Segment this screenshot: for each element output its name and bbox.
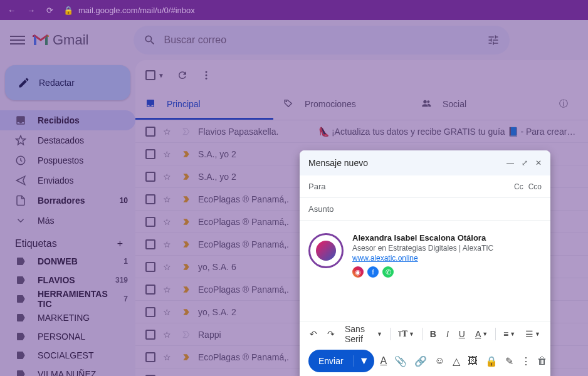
importance-icon[interactable] bbox=[182, 353, 191, 362]
underline-button[interactable]: U bbox=[455, 326, 469, 342]
attach-icon[interactable]: 📎 bbox=[394, 355, 407, 367]
gmail-logo[interactable]: Gmail bbox=[33, 32, 88, 48]
label-item[interactable]: DONWEB1 bbox=[0, 252, 135, 271]
mail-checkbox[interactable] bbox=[145, 217, 155, 227]
star-icon[interactable]: ☆ bbox=[163, 149, 174, 159]
bold-button[interactable]: B bbox=[426, 326, 440, 342]
list-button[interactable]: ☰ ▼ bbox=[522, 326, 544, 342]
label-item[interactable]: MARKETING bbox=[0, 308, 135, 327]
select-all-checkbox[interactable] bbox=[145, 70, 155, 80]
star-icon[interactable]: ☆ bbox=[163, 127, 174, 137]
undo-button[interactable]: ↶ bbox=[306, 326, 321, 342]
add-label-button[interactable]: + bbox=[117, 238, 123, 249]
whatsapp-icon[interactable]: ✆ bbox=[382, 266, 394, 278]
nav-item-recibidos[interactable]: Recibidos bbox=[0, 110, 135, 130]
star-icon[interactable]: ☆ bbox=[163, 262, 174, 272]
mail-checkbox[interactable] bbox=[145, 127, 155, 137]
confidential-icon[interactable]: 🔒 bbox=[485, 355, 498, 367]
font-size-button[interactable]: т𝐓 ▼ bbox=[394, 326, 418, 342]
format-toggle-icon[interactable]: A bbox=[381, 355, 387, 367]
star-icon[interactable]: ☆ bbox=[163, 172, 174, 182]
browser-forward-icon[interactable]: → bbox=[27, 6, 35, 15]
send-button[interactable]: Enviar ▼ bbox=[308, 350, 374, 372]
mail-checkbox[interactable] bbox=[145, 352, 155, 362]
star-icon[interactable]: ☆ bbox=[163, 330, 174, 340]
discard-draft-icon[interactable]: 🗑 bbox=[537, 355, 547, 367]
bcc-button[interactable]: Cco bbox=[528, 182, 542, 191]
tab-principal[interactable]: Principal bbox=[135, 90, 273, 120]
importance-icon[interactable] bbox=[182, 217, 191, 226]
browser-back-icon[interactable]: ← bbox=[8, 6, 16, 15]
importance-icon[interactable] bbox=[182, 195, 191, 204]
importance-icon[interactable] bbox=[182, 150, 191, 159]
more-button[interactable] bbox=[201, 70, 212, 81]
label-item[interactable]: SOCIALGEST bbox=[0, 346, 135, 365]
importance-icon[interactable] bbox=[182, 172, 191, 181]
mail-checkbox[interactable] bbox=[145, 149, 155, 159]
redo-button[interactable]: ↷ bbox=[323, 326, 339, 342]
compose-header[interactable]: Mensaje nuevo — ⤢ ✕ bbox=[300, 150, 550, 175]
signature-icon[interactable]: ✎ bbox=[505, 355, 513, 367]
send-options-icon[interactable]: ▼ bbox=[354, 355, 374, 367]
mail-checkbox[interactable] bbox=[145, 262, 155, 272]
image-icon[interactable]: 🖼 bbox=[468, 355, 478, 367]
star-icon[interactable]: ☆ bbox=[163, 239, 174, 249]
text-color-button[interactable]: A ▼ bbox=[471, 326, 491, 342]
search-input[interactable] bbox=[164, 34, 480, 46]
nav-item-enviados[interactable]: Enviados bbox=[0, 170, 135, 191]
to-field[interactable]: Para Cc Cco bbox=[300, 175, 550, 198]
signature-link[interactable]: www.alexatic.online bbox=[352, 254, 493, 263]
search-options-icon[interactable] bbox=[487, 34, 500, 46]
nav-item-borradores[interactable]: Borradores10 bbox=[0, 191, 135, 211]
star-icon[interactable]: ☆ bbox=[163, 194, 174, 204]
importance-icon[interactable] bbox=[182, 240, 191, 249]
minimize-icon[interactable]: — bbox=[507, 159, 514, 167]
mail-checkbox[interactable] bbox=[145, 239, 155, 249]
mail-checkbox[interactable] bbox=[145, 172, 155, 182]
main-menu-button[interactable] bbox=[10, 33, 25, 48]
label-item[interactable]: FLAVIOS319 bbox=[0, 271, 135, 290]
label-item[interactable]: PERSONAL bbox=[0, 327, 135, 346]
emoji-icon[interactable]: ☺ bbox=[434, 355, 444, 367]
info-icon[interactable]: ⓘ bbox=[559, 98, 568, 110]
star-icon[interactable]: ☆ bbox=[163, 352, 174, 362]
importance-icon[interactable] bbox=[182, 263, 191, 271]
importance-icon[interactable] bbox=[182, 308, 191, 316]
label-item[interactable]: HERRAMIENTAS TIC7 bbox=[0, 290, 135, 308]
nav-item-destacados[interactable]: Destacados bbox=[0, 130, 135, 150]
fullscreen-icon[interactable]: ⤢ bbox=[522, 159, 528, 167]
mail-checkbox[interactable] bbox=[145, 194, 155, 204]
importance-icon[interactable] bbox=[182, 330, 191, 339]
nav-item-pospuestos[interactable]: Pospuestos bbox=[0, 150, 135, 170]
instagram-icon[interactable]: ◉ bbox=[352, 266, 364, 278]
label-item[interactable]: VILMA NUÑEZ bbox=[0, 365, 135, 376]
tab-social[interactable]: Social bbox=[411, 90, 549, 120]
close-icon[interactable]: ✕ bbox=[535, 159, 542, 167]
importance-icon[interactable] bbox=[182, 127, 191, 136]
link-icon[interactable]: 🔗 bbox=[414, 355, 427, 367]
search-bar[interactable] bbox=[134, 26, 510, 55]
importance-icon[interactable] bbox=[182, 285, 191, 294]
star-icon[interactable]: ☆ bbox=[163, 285, 174, 295]
refresh-button[interactable] bbox=[177, 70, 188, 81]
nav-item-más[interactable]: Más bbox=[0, 211, 135, 231]
mail-checkbox[interactable] bbox=[145, 330, 155, 340]
star-icon[interactable]: ☆ bbox=[163, 307, 174, 317]
more-options-icon[interactable]: ⋮ bbox=[521, 355, 531, 367]
mail-checkbox[interactable] bbox=[145, 285, 155, 295]
italic-button[interactable]: I bbox=[443, 326, 453, 342]
cc-button[interactable]: Cc bbox=[514, 182, 523, 191]
drive-icon[interactable]: △ bbox=[453, 355, 460, 367]
compose-button[interactable]: Redactar bbox=[5, 65, 130, 100]
mail-row[interactable]: ☆ Flavios Papasakella. 👠 ¡Actualiza tus … bbox=[135, 120, 588, 143]
select-dropdown-icon[interactable]: ▼ bbox=[158, 72, 164, 79]
browser-reload-icon[interactable]: ⟳ bbox=[46, 6, 53, 15]
facebook-icon[interactable]: f bbox=[367, 266, 379, 278]
subject-field[interactable]: Asunto bbox=[300, 198, 550, 221]
star-icon[interactable]: ☆ bbox=[163, 217, 174, 227]
mail-checkbox[interactable] bbox=[145, 307, 155, 317]
compose-body[interactable]: Alexandra Isabel Escalona Otálora Asesor… bbox=[300, 221, 550, 321]
align-button[interactable]: ≡ ▼ bbox=[500, 326, 519, 342]
font-selector[interactable]: Sans Serif ▼ bbox=[341, 321, 386, 347]
tab-promociones[interactable]: Promociones bbox=[273, 90, 411, 120]
